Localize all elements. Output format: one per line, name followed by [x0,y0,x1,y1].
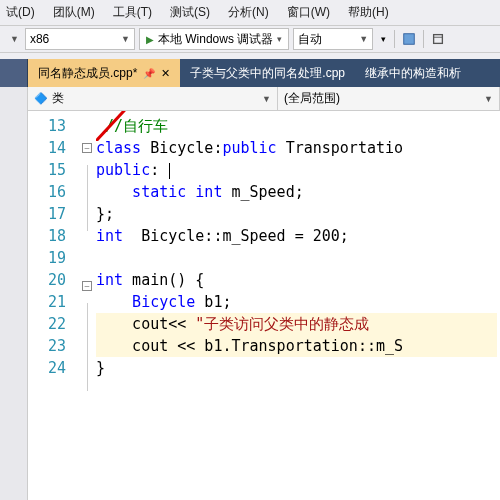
tab-label: 子类与父类中的同名处理.cpp [190,65,345,82]
line-number: 23 [28,335,78,357]
line-number: 13 [28,115,78,137]
svg-rect-1 [434,35,443,44]
auto-combo[interactable]: 自动 ▼ [293,28,373,50]
scope-left-label: 类 [52,90,64,107]
platform-value: x86 [30,32,49,46]
line-number: 19 [28,247,78,269]
fold-gutter: − − [78,111,96,500]
scope-stub [0,87,28,111]
line-number: 14 [28,137,78,159]
code-area[interactable]: //自行车 class Bicycle:public Transportatio… [96,111,500,500]
chevron-down-icon: ▼ [262,94,271,104]
menu-item[interactable]: 工具(T) [113,4,152,21]
line-number: 18 [28,225,78,247]
menu-item[interactable]: 团队(M) [53,4,95,21]
tool-icon-1[interactable] [399,29,419,49]
separator [423,30,424,48]
line-number: 24 [28,357,78,379]
scope-right[interactable]: (全局范围) ▼ [278,87,500,111]
debug-button[interactable]: ▶ 本地 Windows 调试器 ▾ [139,28,289,50]
line-number: 20 [28,269,78,291]
menu-item[interactable]: 分析(N) [228,4,269,21]
line-number: 22 [28,313,78,335]
tab-inactive[interactable]: 继承中的构造和析 [355,59,471,87]
menu-item[interactable]: 帮助(H) [348,4,389,21]
line-number: 21 [28,291,78,313]
fold-toggle[interactable]: − [78,143,96,165]
platform-combo[interactable]: x86 ▼ [25,28,135,50]
chevron-down-icon: ▼ [484,94,493,104]
line-number: 15 [28,159,78,181]
chevron-down-icon: ▼ [121,34,130,44]
text-cursor [169,163,170,179]
tab-strip: 同名静态成员.cpp* 📌 ✕ 子类与父类中的同名处理.cpp 继承中的构造和析 [0,59,500,87]
chevron-down-icon: ▼ [359,34,368,44]
chevron-down-icon: ▾ [277,34,282,44]
fold-toggle[interactable]: − [78,281,96,303]
class-icon: 🔷 [34,92,48,105]
separator [394,30,395,48]
scope-bar: 🔷 类 ▼ (全局范围) ▼ [0,87,500,111]
tab-label: 同名静态成员.cpp* [38,65,137,82]
tab-label: 继承中的构造和析 [365,65,461,82]
auto-value: 自动 [298,31,322,48]
tab-inactive[interactable]: 子类与父类中的同名处理.cpp [180,59,355,87]
menu-item[interactable]: 测试(S) [170,4,210,21]
menu-bar: 试(D) 团队(M) 工具(T) 测试(S) 分析(N) 窗口(W) 帮助(H) [0,0,500,25]
debug-label: 本地 Windows 调试器 [158,31,273,48]
pin-icon[interactable]: 📌 [143,68,155,79]
explorer-pane[interactable] [0,111,28,500]
menu-item[interactable]: 试(D) [6,4,35,21]
tab-active[interactable]: 同名静态成员.cpp* 📌 ✕ [28,59,180,87]
tool-icon-2[interactable] [428,29,448,49]
scope-left[interactable]: 🔷 类 ▼ [28,87,278,111]
editor: 13 14 15 16 17 18 19 20 21 22 23 24 − − … [0,111,500,500]
menu-item[interactable]: 窗口(W) [287,4,330,21]
line-number: 16 [28,181,78,203]
close-icon[interactable]: ✕ [161,67,170,80]
line-gutter: 13 14 15 16 17 18 19 20 21 22 23 24 [28,111,78,500]
toolbar: ▼ x86 ▼ ▶ 本地 Windows 调试器 ▾ 自动 ▼ ▾ [0,25,500,53]
dropdown-caret-icon[interactable]: ▼ [10,34,19,44]
overflow-icon[interactable]: ▾ [381,34,386,44]
line-number: 17 [28,203,78,225]
scope-right-label: (全局范围) [284,90,340,107]
side-stub [0,59,28,87]
play-icon: ▶ [146,34,154,45]
svg-rect-0 [404,34,415,45]
